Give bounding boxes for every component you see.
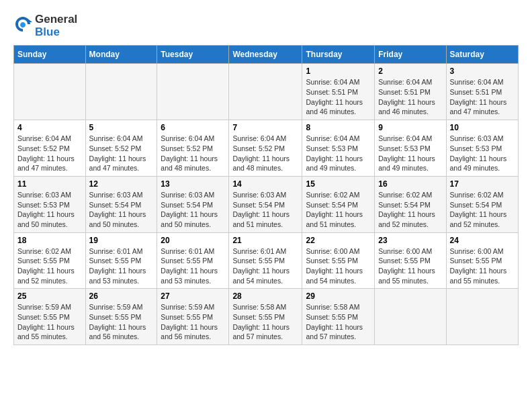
calendar-cell: 12Sunrise: 6:03 AM Sunset: 5:54 PM Dayli…	[85, 176, 157, 232]
day-number: 1	[306, 66, 371, 76]
calendar-cell: 7Sunrise: 6:04 AM Sunset: 5:52 PM Daylig…	[229, 120, 302, 177]
day-number: 10	[450, 123, 515, 132]
day-number: 14	[232, 179, 298, 189]
header: General Blue	[13, 11, 519, 38]
day-info: Sunrise: 5:59 AM Sunset: 5:55 PM Dayligh…	[17, 302, 82, 342]
day-info: Sunrise: 6:04 AM Sunset: 5:53 PM Dayligh…	[378, 134, 442, 173]
day-info: Sunrise: 6:04 AM Sunset: 5:52 PM Dayligh…	[17, 134, 82, 173]
calendar-cell: 15Sunrise: 6:02 AM Sunset: 5:54 PM Dayli…	[302, 176, 375, 232]
day-info: Sunrise: 6:04 AM Sunset: 5:51 PM Dayligh…	[378, 77, 442, 117]
calendar-cell	[157, 64, 229, 120]
day-number: 24	[450, 236, 515, 245]
day-info: Sunrise: 5:58 AM Sunset: 5:55 PM Dayligh…	[306, 302, 371, 342]
day-info: Sunrise: 6:04 AM Sunset: 5:51 PM Dayligh…	[450, 77, 515, 117]
day-info: Sunrise: 6:02 AM Sunset: 5:54 PM Dayligh…	[306, 190, 371, 230]
day-number: 15	[306, 179, 371, 189]
week-row-1: 1Sunrise: 6:04 AM Sunset: 5:51 PM Daylig…	[14, 64, 519, 120]
day-info: Sunrise: 6:03 AM Sunset: 5:54 PM Dayligh…	[232, 190, 298, 230]
calendar-cell: 20Sunrise: 6:01 AM Sunset: 5:55 PM Dayli…	[157, 232, 229, 289]
day-number: 21	[232, 236, 298, 245]
week-row-4: 18Sunrise: 6:02 AM Sunset: 5:55 PM Dayli…	[14, 232, 519, 289]
day-number: 25	[17, 291, 82, 301]
day-info: Sunrise: 6:01 AM Sunset: 5:55 PM Dayligh…	[161, 246, 225, 286]
day-info: Sunrise: 5:58 AM Sunset: 5:55 PM Dayligh…	[232, 302, 298, 342]
day-info: Sunrise: 6:03 AM Sunset: 5:53 PM Dayligh…	[450, 134, 515, 173]
calendar-cell	[446, 289, 519, 345]
calendar-cell: 8Sunrise: 6:04 AM Sunset: 5:53 PM Daylig…	[302, 120, 375, 177]
day-info: Sunrise: 6:02 AM Sunset: 5:54 PM Dayligh…	[378, 190, 442, 230]
day-number: 17	[450, 179, 515, 189]
day-info: Sunrise: 6:03 AM Sunset: 5:54 PM Dayligh…	[161, 190, 225, 230]
calendar-cell: 5Sunrise: 6:04 AM Sunset: 5:52 PM Daylig…	[85, 120, 157, 177]
calendar-cell: 26Sunrise: 5:59 AM Sunset: 5:55 PM Dayli…	[85, 289, 157, 345]
day-info: Sunrise: 6:00 AM Sunset: 5:55 PM Dayligh…	[306, 246, 371, 286]
logo-blue: Blue	[35, 26, 60, 38]
calendar-cell	[85, 64, 157, 120]
day-number: 7	[232, 123, 298, 132]
calendar-cell: 11Sunrise: 6:03 AM Sunset: 5:53 PM Dayli…	[14, 176, 86, 232]
calendar-cell: 2Sunrise: 6:04 AM Sunset: 5:51 PM Daylig…	[375, 64, 446, 120]
logo: General Blue	[13, 13, 77, 38]
calendar-cell: 25Sunrise: 5:59 AM Sunset: 5:55 PM Dayli…	[14, 289, 86, 345]
calendar-cell: 21Sunrise: 6:01 AM Sunset: 5:55 PM Dayli…	[229, 232, 302, 289]
day-info: Sunrise: 6:01 AM Sunset: 5:55 PM Dayligh…	[232, 246, 298, 286]
day-info: Sunrise: 6:04 AM Sunset: 5:52 PM Dayligh…	[161, 134, 225, 173]
day-number: 23	[378, 236, 442, 245]
day-number: 28	[232, 291, 298, 301]
calendar-cell: 27Sunrise: 5:59 AM Sunset: 5:55 PM Dayli…	[157, 289, 229, 345]
calendar-cell	[375, 289, 446, 345]
calendar-cell: 22Sunrise: 6:00 AM Sunset: 5:55 PM Dayli…	[302, 232, 375, 289]
week-row-2: 4Sunrise: 6:04 AM Sunset: 5:52 PM Daylig…	[14, 120, 519, 177]
day-number: 3	[450, 66, 515, 76]
day-number: 26	[89, 291, 154, 301]
day-number: 29	[306, 291, 371, 301]
logo-icon	[13, 17, 32, 36]
day-info: Sunrise: 6:02 AM Sunset: 5:54 PM Dayligh…	[450, 190, 515, 230]
day-number: 27	[161, 291, 225, 301]
col-header-tuesday: Tuesday	[157, 46, 229, 64]
calendar-cell: 17Sunrise: 6:02 AM Sunset: 5:54 PM Dayli…	[446, 176, 519, 232]
col-header-wednesday: Wednesday	[229, 46, 302, 64]
day-info: Sunrise: 6:04 AM Sunset: 5:52 PM Dayligh…	[232, 134, 298, 173]
calendar-cell	[14, 64, 86, 120]
col-header-sunday: Sunday	[14, 46, 86, 64]
col-header-thursday: Thursday	[302, 46, 375, 64]
calendar-cell: 13Sunrise: 6:03 AM Sunset: 5:54 PM Dayli…	[157, 176, 229, 232]
day-info: Sunrise: 6:03 AM Sunset: 5:53 PM Dayligh…	[17, 190, 82, 230]
day-info: Sunrise: 5:59 AM Sunset: 5:55 PM Dayligh…	[161, 302, 225, 342]
day-info: Sunrise: 6:00 AM Sunset: 5:55 PM Dayligh…	[450, 246, 515, 286]
calendar-cell: 3Sunrise: 6:04 AM Sunset: 5:51 PM Daylig…	[446, 64, 519, 120]
col-header-friday: Friday	[375, 46, 446, 64]
calendar-cell: 18Sunrise: 6:02 AM Sunset: 5:55 PM Dayli…	[14, 232, 86, 289]
calendar-cell: 4Sunrise: 6:04 AM Sunset: 5:52 PM Daylig…	[14, 120, 86, 177]
calendar-cell: 28Sunrise: 5:58 AM Sunset: 5:55 PM Dayli…	[229, 289, 302, 345]
day-info: Sunrise: 6:02 AM Sunset: 5:55 PM Dayligh…	[17, 246, 82, 286]
day-info: Sunrise: 6:00 AM Sunset: 5:55 PM Dayligh…	[378, 246, 442, 286]
day-info: Sunrise: 6:04 AM Sunset: 5:51 PM Dayligh…	[306, 77, 371, 117]
col-header-saturday: Saturday	[446, 46, 519, 64]
week-row-5: 25Sunrise: 5:59 AM Sunset: 5:55 PM Dayli…	[14, 289, 519, 345]
calendar-cell: 14Sunrise: 6:03 AM Sunset: 5:54 PM Dayli…	[229, 176, 302, 232]
calendar-cell: 23Sunrise: 6:00 AM Sunset: 5:55 PM Dayli…	[375, 232, 446, 289]
col-header-monday: Monday	[85, 46, 157, 64]
calendar-cell: 16Sunrise: 6:02 AM Sunset: 5:54 PM Dayli…	[375, 176, 446, 232]
calendar-cell: 19Sunrise: 6:01 AM Sunset: 5:55 PM Dayli…	[85, 232, 157, 289]
calendar-table: SundayMondayTuesdayWednesdayThursdayFrid…	[13, 45, 519, 345]
day-number: 16	[378, 179, 442, 189]
week-row-3: 11Sunrise: 6:03 AM Sunset: 5:53 PM Dayli…	[14, 176, 519, 232]
day-number: 6	[161, 123, 225, 132]
calendar-cell: 9Sunrise: 6:04 AM Sunset: 5:53 PM Daylig…	[375, 120, 446, 177]
logo-text: General Blue	[35, 13, 77, 38]
day-number: 11	[17, 179, 82, 189]
day-number: 22	[306, 236, 371, 245]
day-number: 4	[17, 123, 82, 132]
day-info: Sunrise: 5:59 AM Sunset: 5:55 PM Dayligh…	[89, 302, 154, 342]
day-info: Sunrise: 6:04 AM Sunset: 5:52 PM Dayligh…	[89, 134, 154, 173]
day-number: 2	[378, 66, 442, 76]
logo-general: General	[35, 13, 77, 26]
day-number: 18	[17, 236, 82, 245]
day-number: 8	[306, 123, 371, 132]
calendar-cell: 24Sunrise: 6:00 AM Sunset: 5:55 PM Dayli…	[446, 232, 519, 289]
calendar-header-row: SundayMondayTuesdayWednesdayThursdayFrid…	[14, 46, 519, 64]
calendar-cell: 10Sunrise: 6:03 AM Sunset: 5:53 PM Dayli…	[446, 120, 519, 177]
